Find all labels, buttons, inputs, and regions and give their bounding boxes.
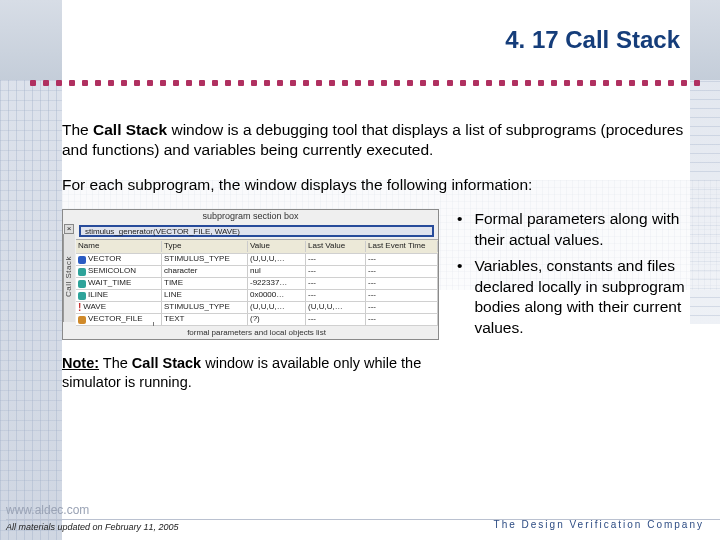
table-row: ILINELINE0x0000…------ [76,290,438,302]
table-row: SEMICOLONcharacternul------ [76,266,438,278]
teal-icon [78,268,86,276]
bullet-list: •Formal parameters along with their actu… [457,209,702,338]
red-icon: ! [78,304,81,312]
page-title: 4. 17 Call Stack [0,26,720,54]
table-row: WAIT_TIMETIME-922337…------ [76,278,438,290]
blue-icon [78,256,86,264]
lead-paragraph: For each subprogram, the window displays… [62,175,702,195]
callstack-screenshot: subprogram section box × Call Stack stim… [62,209,439,339]
teal-icon [78,292,86,300]
list-item: •Formal parameters along with their actu… [457,209,702,250]
teal-icon [78,280,86,288]
content-body: The Call Stack window is a debugging too… [62,120,702,492]
intro-paragraph: The Call Stack window is a debugging too… [62,120,702,161]
table-row: !WAVESTIMULUS_TYPE(U,U,U,…(U,U,U,…--- [76,302,438,314]
footer: www.aldec.com All materials updated on F… [6,503,720,532]
callout-bottom: formal parameters and local objects list [63,326,438,339]
orng-icon [78,316,86,324]
footer-tagline: The Design Verification Company [494,519,704,530]
callstack-tab: Call Stack [63,234,75,322]
list-item: •Variables, constants and files declared… [457,256,702,338]
table-row: VECTOR_FILETEXT(?)------ [76,314,438,326]
subprogram-box: stimulus_generator(VECTOR_FILE, WAVE) [79,225,434,237]
note-paragraph: Note: The Call Stack window is available… [62,354,439,392]
footer-url: www.aldec.com [6,503,720,517]
grid-header: Name Type Value Last Value Last Event Ti… [76,240,438,254]
table-row: VECTORSTIMULUS_TYPE(U,U,U,…------ [76,254,438,266]
close-icon: × [64,224,74,234]
divider-dots [30,80,700,94]
callstack-grid: Name Type Value Last Value Last Event Ti… [76,239,438,326]
callout-top: subprogram section box [63,210,438,224]
